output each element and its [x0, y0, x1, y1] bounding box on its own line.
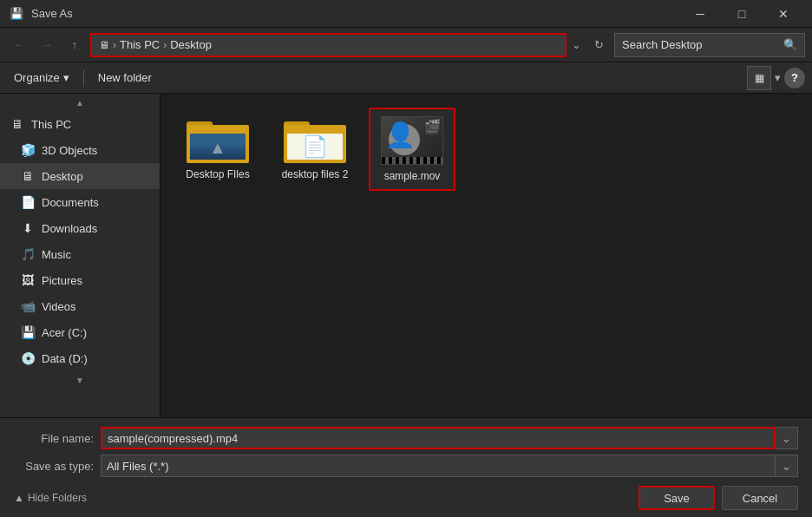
data-d-icon: 💿	[21, 351, 35, 365]
search-input[interactable]	[622, 38, 780, 51]
sidebar: ▲ 🖥 This PC 🧊 3D Objects 🖥 Desktop 📄 Doc…	[0, 94, 160, 417]
sidebar-label-music: Music	[42, 248, 71, 261]
view-icon: ▦	[755, 72, 764, 84]
organize-button[interactable]: Organize ▾	[7, 68, 76, 88]
title-bar: 💾 Save As ─ □ ✕	[0, 0, 812, 28]
sidebar-item-downloads[interactable]: ⬇ Downloads	[0, 215, 160, 241]
file-item-sample-mov[interactable]: 👤 🎬 sample.mov	[369, 108, 455, 191]
up-button[interactable]: ↑	[62, 33, 87, 57]
sidebar-label-this-pc: This PC	[31, 118, 71, 131]
toolbar-right: ▦ ▾ ?	[747, 66, 805, 90]
sidebar-item-3d-objects[interactable]: 🧊 3D Objects	[0, 137, 160, 163]
file-item-desktop-files-2[interactable]: 📄 desktop files 2	[272, 108, 358, 191]
sidebar-label-data-d: Data (D:)	[42, 352, 88, 365]
address-part-this-pc: This PC	[120, 38, 160, 51]
search-icon: 🔍	[783, 38, 797, 51]
sidebar-item-data-d[interactable]: 💿 Data (D:)	[0, 345, 160, 371]
toolbar: Organize ▾ New folder ▦ ▾ ?	[0, 62, 812, 94]
sidebar-label-documents: Documents	[42, 196, 99, 209]
window-title: Save As	[31, 7, 673, 20]
save-button[interactable]: Save	[638, 486, 715, 510]
sidebar-item-acer-c[interactable]: 💾 Acer (C:)	[0, 319, 160, 345]
file-item-desktop-files[interactable]: Desktop FIles	[174, 108, 261, 191]
new-folder-button[interactable]: New folder	[91, 68, 159, 88]
filename-input-wrapper: ⌄	[101, 427, 798, 449]
back-button[interactable]: ←	[7, 33, 31, 57]
sidebar-item-this-pc[interactable]: 🖥 This PC	[0, 111, 160, 137]
acer-c-icon: 💾	[21, 325, 35, 339]
minimize-button[interactable]: ─	[680, 0, 720, 28]
cancel-button[interactable]: Cancel	[722, 486, 798, 510]
address-icon: 🖥	[99, 39, 109, 51]
maximize-button[interactable]: □	[722, 0, 762, 28]
videos-icon: 📹	[21, 299, 35, 313]
folder-icon-desktop-files-2: 📄	[284, 115, 346, 163]
3d-objects-icon: 🧊	[21, 143, 35, 157]
pictures-icon: 🖼	[21, 273, 35, 287]
toolbar-separator	[83, 69, 84, 87]
close-button[interactable]: ✕	[763, 0, 803, 28]
file-label-sample-mov: sample.mov	[384, 170, 441, 182]
sidebar-label-acer-c: Acer (C:)	[42, 326, 87, 339]
window-icon: 💾	[9, 6, 24, 22]
file-label-desktop-files-2: desktop files 2	[282, 168, 349, 180]
filename-row: File name: ⌄	[14, 427, 798, 449]
sidebar-label-3d-objects: 3D Objects	[42, 144, 97, 157]
filename-input[interactable]	[101, 427, 776, 449]
main-area: ▲ 🖥 This PC 🧊 3D Objects 🖥 Desktop 📄 Doc…	[0, 94, 812, 417]
sidebar-item-music[interactable]: 🎵 Music	[0, 241, 160, 267]
address-part-desktop: Desktop	[170, 38, 212, 51]
filetype-dropdown-button[interactable]: ⌄	[776, 455, 798, 477]
filetype-row: Save as type: ⌄	[14, 455, 798, 477]
sidebar-scroll-up[interactable]: ▲	[0, 94, 160, 111]
search-box[interactable]: 🔍	[614, 33, 805, 57]
refresh-button[interactable]: ↻	[586, 33, 611, 57]
view-button[interactable]: ▦	[747, 66, 771, 90]
sidebar-item-documents[interactable]: 📄 Documents	[0, 189, 160, 215]
video-thumb-sample-mov: 👤 🎬	[381, 116, 443, 165]
forward-button[interactable]: →	[35, 33, 59, 57]
sidebar-item-desktop[interactable]: 🖥 Desktop	[0, 163, 160, 189]
hide-folders-button[interactable]: ▲ Hide Folders	[14, 492, 87, 504]
filetype-input[interactable]	[101, 455, 776, 477]
help-button[interactable]: ?	[784, 68, 805, 88]
sidebar-scroll-down[interactable]: ▼	[0, 371, 160, 389]
filetype-input-wrapper: ⌄	[101, 455, 798, 477]
file-label-desktop-files: Desktop FIles	[186, 168, 249, 180]
downloads-icon: ⬇	[21, 221, 35, 235]
file-area: Desktop FIles 📄 desktop files 2 👤 🎬	[160, 94, 812, 417]
hide-folders-icon: ▲	[14, 492, 24, 504]
bottom-buttons: ▲ Hide Folders Save Cancel	[14, 486, 798, 510]
filename-label: File name:	[14, 432, 101, 445]
sidebar-item-pictures[interactable]: 🖼 Pictures	[0, 267, 160, 293]
hide-folders-label: Hide Folders	[28, 492, 87, 504]
sidebar-label-desktop: Desktop	[42, 170, 83, 183]
nav-bar: ← → ↑ 🖥 › This PC › Desktop ⌄ ↻ 🔍	[0, 28, 812, 62]
documents-icon: 📄	[21, 195, 35, 209]
music-icon: 🎵	[21, 247, 35, 261]
this-pc-icon: 🖥	[10, 117, 24, 131]
organize-arrow: ▾	[63, 71, 69, 84]
view-arrow[interactable]: ▾	[775, 71, 781, 84]
sidebar-label-pictures: Pictures	[42, 274, 82, 287]
sidebar-label-videos: Videos	[42, 300, 76, 313]
filename-dropdown-button[interactable]: ⌄	[776, 427, 798, 449]
desktop-icon: 🖥	[21, 169, 35, 183]
filetype-label: Save as type:	[14, 460, 101, 473]
address-dropdown-icon[interactable]: ⌄	[570, 38, 583, 51]
bottom-area: File name: ⌄ Save as type: ⌄ ▲ Hide Fold…	[0, 417, 812, 517]
sidebar-label-downloads: Downloads	[42, 222, 97, 235]
address-bar[interactable]: 🖥 › This PC › Desktop	[90, 33, 566, 57]
organize-label: Organize	[14, 71, 60, 84]
sidebar-item-videos[interactable]: 📹 Videos	[0, 293, 160, 319]
folder-icon-desktop-files	[187, 115, 249, 163]
title-controls: ─ □ ✕	[680, 0, 803, 28]
